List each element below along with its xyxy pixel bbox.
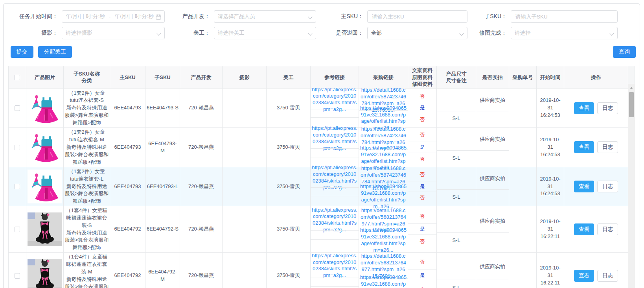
- select-all-checkbox[interactable]: [15, 75, 20, 80]
- docs-slots-slot: 否: [408, 168, 436, 181]
- row-actions: 查看日志: [565, 181, 627, 192]
- reference-link-slots-slot: [311, 117, 359, 126]
- submit-button[interactable]: 提交: [11, 46, 33, 58]
- sub-sku-input[interactable]: [515, 13, 614, 20]
- row-checkbox[interactable]: [15, 273, 20, 279]
- reference-link-cell: https://pt.aliexpress.com/category/20100…: [311, 167, 359, 206]
- real-shot-cell: 供应商实拍: [476, 89, 509, 127]
- view-button[interactable]: 查看: [574, 181, 594, 192]
- row-checkbox[interactable]: [15, 184, 20, 189]
- scrollbar-thumb[interactable]: [629, 92, 634, 117]
- returned-value: 全部: [371, 30, 382, 37]
- flag-no: 否: [420, 286, 425, 288]
- product-image: [26, 130, 63, 164]
- range-separator: -: [109, 14, 111, 20]
- table-row: （1套4件）女童猫咪裙蓬蓬连衣裙套装-S新奇特及特殊用途服装>舞台表演服和舞蹈服…: [9, 206, 628, 253]
- log-button[interactable]: 日志: [597, 141, 618, 153]
- vertical-scrollbar[interactable]: [628, 66, 635, 288]
- artist-cell: 3750-雷贝: [267, 127, 311, 167]
- purchase-link-slots: https://detail.1688.com/offer/5682137649…: [359, 210, 408, 249]
- row-checkbox[interactable]: [15, 145, 20, 150]
- product-dev-select[interactable]: 请选择产品人员: [214, 10, 316, 23]
- real-shot-cell: 供应商实拍: [476, 253, 509, 288]
- reference-link[interactable]: https://pt.aliexpress.com/category/20100…: [312, 207, 357, 234]
- view-button[interactable]: 查看: [574, 270, 594, 282]
- product-image-cell: [26, 253, 64, 288]
- chevron-down-icon: [308, 15, 312, 19]
- sub-sku-name-cell: （1套2件）女童tutu连衣裙套-M新奇特及特殊用途服装>舞台表演服和舞蹈服>配…: [64, 127, 110, 167]
- header-label: 美工: [267, 74, 309, 81]
- size-slots: S-L: [437, 90, 476, 126]
- log-button[interactable]: 日志: [597, 102, 618, 114]
- reference-link-slots-slot: https://pt.aliexpress.com/category/20100…: [311, 210, 359, 231]
- product-category: 新奇特及特殊用途服装>舞台表演服和舞蹈服>配饰: [64, 276, 109, 288]
- reference-link[interactable]: https://pt.aliexpress.com/category/20100…: [312, 253, 357, 279]
- sub-sku-cell: 6EE404792-M: [145, 253, 180, 288]
- sub-sku-label: 子SKU：: [467, 13, 511, 20]
- artist-select[interactable]: 请选择美工: [214, 27, 316, 39]
- flag-no: 否: [420, 116, 425, 124]
- assign-artist-button[interactable]: 分配美工: [38, 46, 72, 58]
- photography-select[interactable]: 请选择摄影: [62, 27, 165, 39]
- row-checkbox[interactable]: [15, 227, 20, 232]
- product-name: （1套2件）女童tutu连衣裙套-M: [64, 129, 109, 144]
- purchase-link-cell: https://detail.1688.com/offer/5682137649…: [359, 253, 408, 288]
- column-header-sub-sku-name-category: 子SKU名称分类: [64, 66, 110, 89]
- log-button[interactable]: 日志: [597, 181, 618, 192]
- size-slots-slot: [437, 129, 476, 150]
- column-header-actions: 操作: [564, 66, 628, 89]
- reference-link-slots-slot: [311, 277, 359, 287]
- black-cat-dress-image: [28, 259, 62, 288]
- purchase-link[interactable]: https://shop909486591ve32.1688.com/page/…: [360, 227, 407, 254]
- filter-panel: 任务开始时间： 年/月/日 时:分:秒 - 年/月/日 时:分:秒 产品开发： …: [4, 4, 640, 43]
- query-button[interactable]: 查询: [613, 46, 636, 58]
- retouch-done-select[interactable]: 请选择: [511, 27, 618, 39]
- purchase-order-cell: [509, 206, 537, 253]
- range-start-placeholder: 年/月/日 时:分:秒: [66, 13, 105, 20]
- photography-cell: [223, 206, 267, 253]
- photography-cell: [223, 167, 267, 206]
- returned-select[interactable]: 全部: [367, 27, 467, 39]
- scrollbar-track[interactable]: [628, 84, 635, 288]
- column-header-artist: 美工: [267, 66, 311, 89]
- reference-link[interactable]: https://pt.aliexpress.com/category/20100…: [312, 125, 357, 152]
- product-category: 新奇特及特殊用途服装>舞台表演服和舞蹈服>配饰: [64, 183, 109, 205]
- view-button[interactable]: 查看: [574, 223, 594, 235]
- task-start-time-range-input[interactable]: 年/月/日 时:分:秒 - 年/月/日 时:分:秒: [62, 10, 165, 23]
- flag-no: 否: [420, 131, 425, 139]
- row-checkbox[interactable]: [15, 105, 20, 111]
- scroll-up-arrow-icon[interactable]: [630, 87, 633, 89]
- reference-link-slots-slot: [311, 286, 359, 288]
- purchase-link[interactable]: https://shop909486591ve32.1688.com/page/…: [360, 274, 407, 288]
- header-label: 尺寸备注: [438, 77, 475, 84]
- task-start-time-label: 任务开始时间：: [4, 13, 62, 20]
- real-shot-slots: 供应商实拍: [476, 90, 509, 126]
- flag-yes: 是: [420, 144, 425, 151]
- real-shot-slots-slot: [476, 111, 509, 126]
- pink-tutu-dress-image: [28, 91, 62, 125]
- purchase-link[interactable]: https://shop909486591ve32.1688.com/page/…: [360, 183, 407, 210]
- view-button[interactable]: 查看: [574, 102, 594, 114]
- start-date: 2019-10-31: [537, 264, 563, 279]
- log-button[interactable]: 日志: [597, 223, 618, 235]
- sub-sku-name-cell: （1套2件）女童tutu连衣裙套-L新奇特及特殊用途服装>舞台表演服和舞蹈服>配…: [64, 167, 110, 206]
- purchase-link-cell: https://detail.1688.com/offer/5874237467…: [359, 89, 408, 127]
- flag-no: 否: [420, 194, 425, 202]
- size-slots-slot: [437, 90, 476, 111]
- flag-yes: 是: [420, 183, 425, 190]
- view-button[interactable]: 查看: [574, 141, 594, 153]
- main-sku-label: 主SKU：: [316, 13, 367, 20]
- log-button[interactable]: 日志: [597, 270, 618, 282]
- main-sku-cell: 6EE404793: [110, 167, 145, 206]
- size-note: S-L: [452, 194, 460, 201]
- checkbox-cell: [9, 89, 26, 127]
- reference-link-slots-slot: [311, 187, 359, 196]
- returned-label: 是否退回：: [316, 30, 367, 37]
- row-actions: 查看日志: [565, 223, 627, 235]
- reference-link-slots-slot: https://pt.aliexpress.com/category/20100…: [311, 129, 359, 148]
- product-image-cell: [26, 89, 64, 127]
- column-header-purchase-link: 采购链接: [359, 66, 408, 89]
- main-sku-input[interactable]: [371, 13, 464, 20]
- size-note: S-L: [452, 237, 460, 244]
- table-row: （1套4件）女童猫咪裙蓬蓬连衣裙套装-M新奇特及特殊用途服装>舞台表演服和舞蹈服…: [9, 253, 628, 288]
